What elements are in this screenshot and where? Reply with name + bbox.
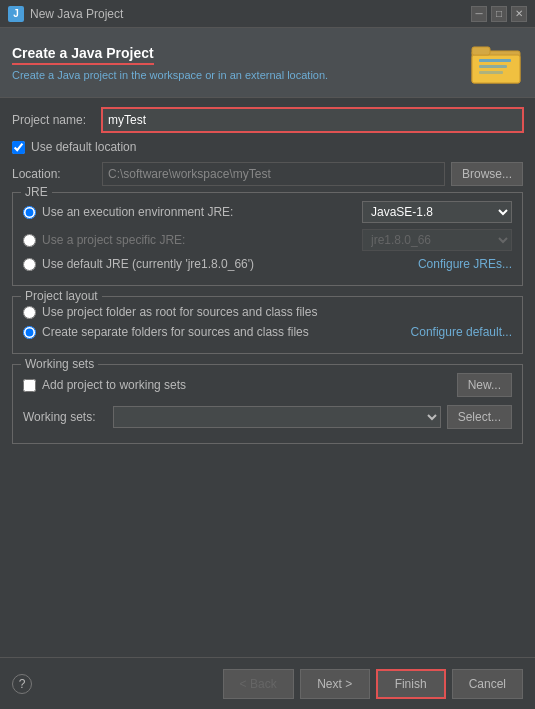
bottom-bar: ? < Back Next > Finish Cancel [0,657,535,709]
jre-env-dropdown[interactable]: JavaSE-1.8 JavaSE-11 JavaSE-17 [362,201,512,223]
dialog-content: Create a Java Project Create a Java proj… [0,28,535,709]
browse-button[interactable]: Browse... [451,162,523,186]
window-controls: ─ □ ✕ [471,6,527,22]
add-working-sets-label: Add project to working sets [42,378,186,392]
title-bar: J New Java Project ─ □ ✕ [0,0,535,28]
jre-specific-label: Use a project specific JRE: [42,233,362,247]
nav-buttons: < Back Next > Finish Cancel [223,669,523,699]
header-text: Create a Java Project Create a Java proj… [12,45,471,81]
location-input[interactable] [102,162,445,186]
project-layout-title: Project layout [21,289,102,303]
project-name-label: Project name: [12,113,102,127]
jre-env-label: Use an execution environment JRE: [42,205,362,219]
working-sets-row: Working sets: Select... [23,405,512,429]
layout-root-radio[interactable] [23,306,36,319]
project-name-row: Project name: [12,108,523,132]
jre-specific-radio[interactable] [23,234,36,247]
location-row: Location: Browse... [12,162,523,186]
close-button[interactable]: ✕ [511,6,527,22]
default-location-row: Use default location [12,140,523,154]
location-label: Location: [12,167,102,181]
working-sets-section: Working sets Add project to working sets… [12,364,523,444]
finish-button[interactable]: Finish [376,669,446,699]
configure-default-link[interactable]: Configure default... [411,325,512,339]
project-layout-section: Project layout Use project folder as roo… [12,296,523,354]
layout-separate-label: Create separate folders for sources and … [42,325,411,339]
working-sets-dropdown[interactable] [113,406,441,428]
layout-radio-row-1: Use project folder as root for sources a… [23,305,512,319]
maximize-button[interactable]: □ [491,6,507,22]
jre-specific-dropdown: jre1.8.0_66 [362,229,512,251]
project-name-input[interactable] [102,108,523,132]
add-to-working-sets-row: Add project to working sets [23,378,451,392]
jre-env-radio[interactable] [23,206,36,219]
jre-section-title: JRE [21,185,52,199]
next-button[interactable]: Next > [300,669,370,699]
configure-jres-link[interactable]: Configure JREs... [418,257,512,271]
folder-icon [471,41,523,85]
svg-rect-2 [472,47,490,55]
jre-radio-row-3: Use default JRE (currently 'jre1.8.0_66'… [23,257,512,271]
jre-section: JRE Use an execution environment JRE: Ja… [12,192,523,286]
layout-root-label: Use project folder as root for sources a… [42,305,512,319]
jre-default-radio[interactable] [23,258,36,271]
help-button[interactable]: ? [12,674,32,694]
svg-rect-3 [479,59,511,62]
jre-default-label: Use default JRE (currently 'jre1.8.0_66'… [42,257,418,271]
back-button[interactable]: < Back [223,669,294,699]
working-sets-title: Working sets [21,357,98,371]
layout-radio-row-2: Create separate folders for sources and … [23,325,512,339]
header-title: Create a Java Project [12,45,154,65]
jre-radio-row-1: Use an execution environment JRE: JavaSE… [23,201,512,223]
svg-rect-4 [479,65,507,68]
cancel-button[interactable]: Cancel [452,669,523,699]
header-section: Create a Java Project Create a Java proj… [0,28,535,98]
select-working-set-button[interactable]: Select... [447,405,512,429]
new-working-set-button[interactable]: New... [457,373,512,397]
jre-radio-row-2: Use a project specific JRE: jre1.8.0_66 [23,229,512,251]
main-body: Project name: Use default location Locat… [0,98,535,657]
add-working-sets-checkbox[interactable] [23,379,36,392]
default-location-label: Use default location [31,140,136,154]
header-subtitle: Create a Java project in the workspace o… [12,69,471,81]
svg-rect-5 [479,71,503,74]
window-title: New Java Project [30,7,471,21]
working-sets-label: Working sets: [23,410,113,424]
default-location-checkbox[interactable] [12,141,25,154]
minimize-button[interactable]: ─ [471,6,487,22]
layout-separate-radio[interactable] [23,326,36,339]
window-icon: J [8,6,24,22]
